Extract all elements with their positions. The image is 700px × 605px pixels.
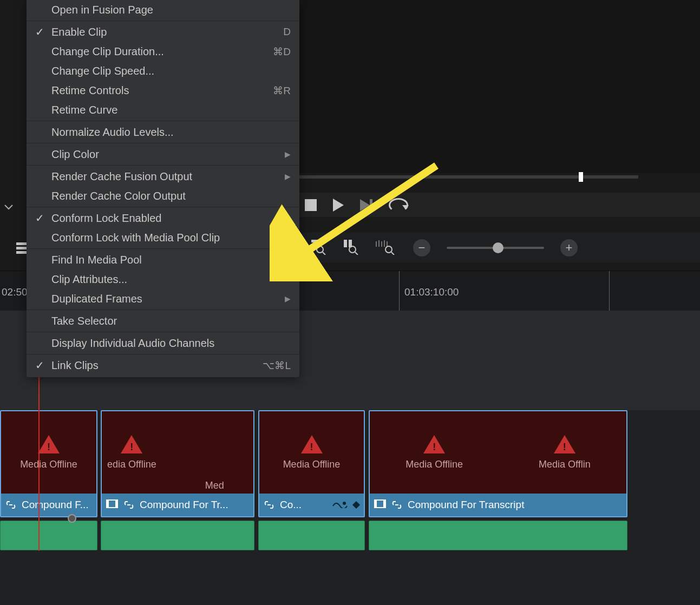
menu-duplicated-frames[interactable]: Duplicated Frames ▶ (27, 289, 299, 308)
check-icon: ✓ (35, 359, 51, 372)
media-offline-label: Media Offline (283, 459, 341, 470)
audio-clip[interactable] (369, 521, 627, 550)
menu-change-clip-duration[interactable]: Change Clip Duration... ⌘D (27, 42, 299, 61)
viewer-scrubber-handle[interactable] (579, 172, 583, 182)
media-offline-label: Med (205, 480, 224, 491)
menu-retime-controls[interactable]: Retime Controls ⌘R (27, 81, 299, 100)
menu-change-clip-speed[interactable]: Change Clip Speed... (27, 61, 299, 81)
menu-label: Change Clip Speed... (51, 65, 291, 77)
clip-title-bar: Co... (259, 494, 364, 516)
link-icon (264, 501, 274, 509)
menu-shortcut: D (283, 26, 291, 38)
check-icon: ✓ (35, 25, 51, 38)
menu-open-in-fusion[interactable]: Open in Fusion Page (27, 0, 299, 19)
clip-title: Compound For Tr... (140, 499, 228, 511)
next-button[interactable] (360, 199, 372, 211)
audio-clip[interactable] (258, 521, 365, 550)
menu-separator (27, 310, 299, 310)
menu-separator (27, 121, 299, 121)
warning-icon: ! (554, 435, 575, 453)
chevron-right-icon: ▶ (285, 294, 291, 303)
media-offline-label: Media Offlin (539, 459, 591, 470)
video-track: ! Media Offline Compound F... ! edia Off… (0, 410, 638, 517)
warning-icon: ! (423, 435, 445, 453)
menu-label: Normalize Audio Levels... (51, 126, 291, 139)
play-button[interactable] (333, 199, 344, 212)
menu-find-in-media-pool[interactable]: Find In Media Pool ⌥F (27, 250, 299, 269)
link-icon (5, 501, 16, 509)
svg-rect-24 (375, 500, 377, 508)
svg-line-6 (323, 252, 325, 255)
zoom-slider-thumb[interactable] (493, 242, 503, 253)
clip-title: Co... (280, 499, 302, 511)
edit-point-handle[interactable] (68, 514, 76, 523)
menu-display-individual-audio[interactable]: Display Individual Audio Channels (27, 333, 299, 353)
media-offline-label: Media Offline (20, 459, 77, 470)
svg-point-21 (343, 502, 346, 505)
zoom-out-button[interactable]: − (413, 239, 430, 257)
menu-separator (27, 207, 299, 207)
zoom-tool-a-icon[interactable] (310, 239, 326, 257)
menu-enable-clip[interactable]: ✓ Enable Clip D (27, 22, 299, 42)
ruler-label-center: 01:03:10:00 (404, 286, 459, 298)
loop-button[interactable] (389, 198, 408, 212)
svg-point-16 (385, 246, 392, 253)
chevron-down-icon[interactable] (4, 201, 13, 213)
menu-label: Conform Lock Enabled (51, 212, 291, 225)
svg-line-17 (391, 252, 394, 255)
zoom-slider[interactable] (447, 247, 544, 249)
fx-icons (332, 501, 361, 509)
zoom-tool-b-icon[interactable] (343, 239, 359, 257)
svg-point-5 (317, 246, 323, 253)
chevron-right-icon: ▶ (285, 172, 291, 181)
warning-icon: ! (38, 435, 60, 453)
menu-label: Link Clips (51, 359, 263, 372)
menu-shortcut: ⌥⌘L (263, 359, 291, 372)
menu-clip-attributes[interactable]: Clip Attributes... (27, 269, 299, 289)
menu-retime-curve[interactable]: Retime Curve (27, 100, 299, 120)
menu-label: Retime Controls (51, 84, 273, 97)
zoom-in-button[interactable]: + (560, 239, 578, 257)
menu-separator (27, 21, 299, 21)
zoom-tool-c-icon[interactable] (375, 239, 397, 257)
menu-render-cache-fusion[interactable]: Render Cache Fusion Output ▶ (27, 167, 299, 186)
compound-clip-icon (374, 499, 386, 511)
menu-take-selector[interactable]: Take Selector (27, 311, 299, 331)
ruler-label-left: 02:50 (2, 286, 28, 298)
menu-label: Retime Curve (51, 104, 291, 116)
transport-bar (299, 193, 700, 217)
media-offline-label: edia Offline (107, 459, 156, 470)
video-clip[interactable]: ! Media Offline Co... (258, 410, 365, 517)
viewer-scrubber[interactable] (299, 175, 638, 179)
audio-clip[interactable] (0, 521, 97, 550)
menu-clip-color[interactable]: Clip Color ▶ (27, 144, 299, 164)
warning-icon: ! (121, 435, 142, 453)
video-clip[interactable]: ! Media Offline Compound F... (0, 410, 97, 517)
menu-normalize-audio[interactable]: Normalize Audio Levels... (27, 122, 299, 142)
clip-context-menu: Open in Fusion Page ✓ Enable Clip D Chan… (27, 0, 299, 377)
menu-label: Render Cache Color Output (51, 190, 291, 202)
audio-clip[interactable] (101, 521, 254, 550)
svg-rect-19 (107, 500, 109, 508)
clip-thumbnail: ! Media Offline (1, 411, 96, 494)
menu-shortcut: ⌘D (273, 45, 291, 58)
menu-link-clips[interactable]: ✓ Link Clips ⌥⌘L (27, 356, 299, 375)
stop-button[interactable] (305, 199, 317, 211)
svg-rect-20 (115, 500, 117, 508)
svg-point-9 (349, 246, 356, 253)
video-clip[interactable]: ! edia Offline Med Compound For Tr... (101, 410, 254, 517)
media-offline-label: Media Offline (405, 459, 463, 470)
menu-conform-lock-media-pool[interactable]: Conform Lock with Media Pool Clip (27, 228, 299, 247)
menu-label: Conform Lock with Media Pool Clip (51, 232, 291, 244)
clip-thumbnail: ! Media Offline ! Media Offlin (370, 411, 626, 494)
clip-thumbnail: ! Media Offline (259, 411, 364, 494)
svg-rect-4 (311, 244, 317, 247)
clip-title-bar: Compound For Transcript (370, 494, 626, 516)
menu-render-cache-color[interactable]: Render Cache Color Output (27, 186, 299, 206)
video-clip[interactable]: ! Media Offline ! Media Offlin Compound … (369, 410, 627, 517)
ruler-major-tick (609, 271, 610, 311)
menu-conform-lock-enabled[interactable]: ✓ Conform Lock Enabled (27, 208, 299, 228)
menu-label: Clip Color (51, 148, 285, 161)
ruler-major-tick (399, 271, 400, 311)
chevron-right-icon: ▶ (285, 150, 291, 159)
